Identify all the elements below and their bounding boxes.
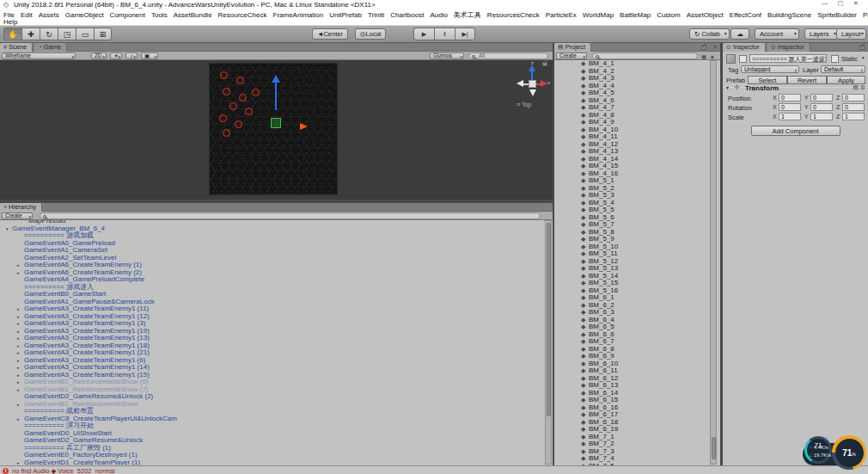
project-item[interactable]: ◆BM_5_2: [554, 185, 709, 193]
project-item[interactable]: ◆BM_5_16: [554, 287, 709, 295]
project-item[interactable]: ◆BM_5_8: [554, 229, 709, 237]
static-checkbox[interactable]: [831, 55, 839, 63]
project-item[interactable]: ◆BM_5_1: [554, 177, 709, 185]
menu-WorldMap[interactable]: WorldMap: [583, 11, 614, 19]
project-item[interactable]: ◆BM_6_16: [554, 404, 709, 412]
scale-y-field[interactable]: 1: [810, 113, 833, 120]
project-item[interactable]: ◆BM_6_13: [554, 382, 709, 390]
project-item[interactable]: ◆BM_5_12: [554, 258, 709, 266]
project-item[interactable]: ◆BM_5_4: [554, 200, 709, 207]
foldout-arrow-icon[interactable]: ▸: [17, 349, 20, 357]
position-x-field[interactable]: 0: [779, 94, 801, 102]
position-y-field[interactable]: 0: [810, 94, 833, 102]
step-button[interactable]: ▶|: [455, 28, 475, 40]
lighting-toggle[interactable]: ☀: [110, 52, 122, 59]
menu-Triniti[interactable]: Triniti: [368, 11, 384, 19]
scale-tool[interactable]: ◳: [58, 28, 76, 40]
hierarchy-search-input[interactable]: [40, 212, 541, 219]
move-gizmo-y-stem[interactable]: [275, 83, 277, 110]
project-item[interactable]: ◆BM_4_14: [554, 156, 709, 163]
foldout-arrow-icon[interactable]: ▸: [17, 342, 20, 350]
foldout-arrow-icon[interactable]: ▸: [17, 328, 20, 335]
lock-icon[interactable]: [701, 46, 706, 50]
project-item[interactable]: ◆BM_7_3: [554, 448, 709, 456]
foldout-arrow-icon[interactable]: ▾: [6, 225, 9, 233]
menu-AssetBundle[interactable]: AssetBundle: [174, 11, 212, 19]
foldout-arrow-icon[interactable]: ▸: [17, 386, 20, 394]
tab-inspector-2[interactable]: ⊙Inspector: [767, 43, 810, 52]
search-by-type-icon[interactable]: ▦: [701, 53, 706, 59]
hand-tool[interactable]: ✋: [3, 28, 21, 40]
tab-inspector-1[interactable]: ⊙Inspector: [723, 43, 766, 52]
layers-dropdown[interactable]: Layers: [804, 28, 839, 40]
collab-dropdown[interactable]: ↻ Collab: [689, 28, 730, 40]
menu-ParticleEx[interactable]: ParticleEx: [546, 11, 577, 19]
view-orientation-label[interactable]: ≡ Top: [517, 102, 531, 108]
menu-美术工具[interactable]: 美术工具: [454, 10, 481, 20]
project-item[interactable]: ◆BM_6_5: [554, 323, 709, 331]
menu-ResourceCheck[interactable]: ResourceCheck: [218, 11, 267, 19]
menu-Chartboost[interactable]: Chartboost: [390, 11, 424, 19]
menu-Tools[interactable]: Tools: [151, 11, 168, 19]
rotate-tool[interactable]: ↻: [40, 28, 58, 40]
foldout-arrow-icon[interactable]: ▸: [17, 379, 20, 386]
transform-tool[interactable]: ⊞: [94, 28, 112, 40]
status-bar[interactable]: ! no find Audio ◆ Voice_5202_normal: [0, 465, 868, 474]
maximize-button[interactable]: ▢: [834, 0, 847, 7]
hierarchy-create-dropdown[interactable]: Create: [2, 212, 33, 219]
project-item[interactable]: ◆BM_6_18: [554, 419, 709, 427]
project-item[interactable]: ◆BM_6_12: [554, 375, 709, 383]
project-item[interactable]: ◆BM_6_2: [554, 302, 709, 310]
project-item[interactable]: ◆BM_7_2: [554, 440, 709, 448]
project-item[interactable]: ◆BM_6_9: [554, 353, 709, 360]
menu-Audio[interactable]: Audio: [430, 11, 447, 19]
selected-object-cube[interactable]: [271, 118, 281, 128]
project-item[interactable]: ◆BM_6_15: [554, 397, 709, 404]
project-item[interactable]: ◆BM_4_12: [554, 141, 709, 149]
foldout-arrow-icon[interactable]: ▸: [17, 459, 20, 466]
lock-icon[interactable]: [542, 62, 547, 66]
project-item[interactable]: ◆BM_6_6: [554, 331, 709, 339]
menu-EffectConf[interactable]: EffectConf: [730, 11, 761, 19]
menu-BattleMap[interactable]: BattleMap: [620, 11, 651, 19]
space-toggle-button[interactable]: ◎Local: [355, 28, 386, 40]
project-item[interactable]: ◆BM_5_3: [554, 192, 709, 200]
draw-mode-dropdown[interactable]: Wireframe: [2, 52, 76, 59]
menu-FrameAnimation[interactable]: FrameAnimation: [273, 11, 324, 19]
gameobject-name-field[interactable]: ========== 敌人第一波援军: [749, 54, 827, 63]
menu-ResourcesCheck[interactable]: ResourcesCheck: [487, 11, 540, 19]
project-item[interactable]: ◆BM_4_8: [554, 112, 709, 120]
axis-gizmo-x-cone[interactable]: [541, 80, 547, 87]
project-item[interactable]: ◆BM_5_14: [554, 273, 709, 280]
project-item[interactable]: ◆BM_6_3: [554, 309, 709, 317]
minimize-button[interactable]: —: [818, 0, 832, 6]
project-item[interactable]: ◆BM_7_4: [554, 455, 709, 463]
move-gizmo-y-arrow[interactable]: [272, 75, 280, 83]
cloud-button[interactable]: ☁: [730, 28, 749, 40]
project-item[interactable]: ◆BM_5_10: [554, 243, 709, 251]
project-item[interactable]: ◆BM_6_14: [554, 390, 709, 397]
hierarchy-scrollbar[interactable]: [545, 220, 552, 465]
close-button[interactable]: ✕: [849, 0, 863, 7]
menu-Component[interactable]: Component: [110, 11, 145, 19]
menu-Prefab[interactable]: Prefab: [863, 11, 868, 19]
play-button[interactable]: ▶: [413, 28, 434, 40]
menu-Assets[interactable]: Assets: [39, 11, 59, 19]
foldout-arrow-icon[interactable]: ▸: [17, 364, 20, 372]
project-item[interactable]: ◆BM_4_4: [554, 83, 709, 90]
menu-AssetObject[interactable]: AssetObject: [687, 11, 724, 19]
project-item[interactable]: ◆BM_4_11: [554, 133, 709, 141]
project-item[interactable]: ◆BM_6_8: [554, 346, 709, 354]
lock-icon[interactable]: [859, 46, 865, 50]
project-search-input[interactable]: [592, 52, 698, 59]
project-item[interactable]: ◆BM_7_1: [554, 434, 709, 441]
project-item[interactable]: ◆BM_5_15: [554, 280, 709, 287]
tab-game[interactable]: ◔Game: [34, 43, 67, 52]
menu-BuildingScene[interactable]: BuildingScene: [767, 11, 811, 19]
transform-component-header[interactable]: ▾ ✛ Transform ▤ ⚙: [723, 83, 868, 93]
pause-button[interactable]: ‖: [434, 28, 455, 40]
project-item[interactable]: ◆BM_6_1: [554, 294, 709, 302]
foldout-arrow-icon[interactable]: ▾: [726, 84, 729, 90]
scale-z-field[interactable]: 1: [842, 113, 865, 120]
move-tool[interactable]: ✚: [21, 28, 40, 40]
